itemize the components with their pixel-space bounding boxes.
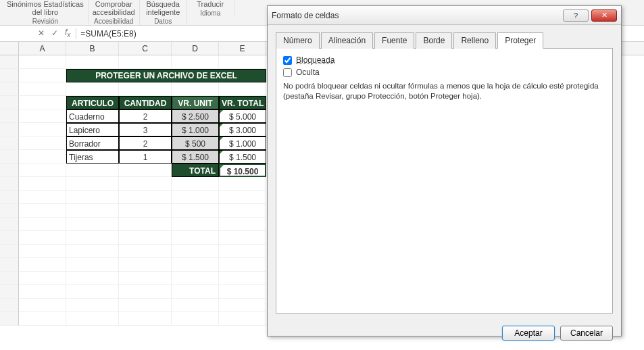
table-row[interactable]: Cuaderno — [66, 109, 119, 123]
hdr-articulo: ARTICULO — [66, 96, 119, 109]
tab-fuente[interactable]: Fuente — [374, 32, 414, 49]
tab-content-proteger: Bloqueada Oculta No podrá bloquear celda… — [276, 49, 613, 314]
protect-note: No podrá bloquear celdas ni ocultar fórm… — [283, 81, 605, 101]
col-B[interactable]: B — [66, 42, 119, 55]
accept-formula-icon[interactable]: ✓ — [51, 28, 58, 38]
ribbon-group-accesibilidad[interactable]: Comprobar accesibilidad Accesibilidad — [89, 0, 140, 25]
tab-numero[interactable]: Número — [276, 32, 320, 49]
ok-button[interactable]: Aceptar — [502, 326, 555, 341]
hdr-vrtotal: VR. TOTAL — [219, 96, 266, 109]
col-C[interactable]: C — [119, 42, 172, 55]
col-D[interactable]: D — [172, 42, 219, 55]
tab-relleno[interactable]: Relleno — [453, 32, 496, 49]
select-all[interactable] — [0, 42, 19, 55]
table-row[interactable]: Borrador — [66, 136, 119, 150]
cancel-formula-icon[interactable]: ✕ — [38, 28, 45, 38]
cancel-button[interactable]: Cancelar — [560, 326, 613, 341]
checkbox-bloqueada[interactable]: Bloqueada — [283, 55, 605, 65]
total-value[interactable]: $ 10.500 — [219, 164, 266, 177]
sheet-title: PROTEGER UN ARCHIVO DE EXCEL — [66, 69, 266, 82]
table-row[interactable]: Tijeras — [66, 150, 119, 164]
close-button[interactable]: ✕ — [591, 9, 617, 22]
ribbon-group-idioma[interactable]: Traducir Idioma — [187, 0, 234, 17]
dialog-tabs: Número Alineación Fuente Borde Relleno P… — [276, 32, 613, 49]
tab-borde[interactable]: Borde — [416, 32, 452, 49]
dialog-titlebar[interactable]: Formato de celdas ? ✕ — [268, 6, 621, 25]
hdr-cantidad: CANTIDAD — [119, 96, 172, 109]
checkbox-bloqueada-input[interactable] — [283, 56, 292, 65]
fx-icon[interactable]: fx — [65, 28, 70, 39]
ribbon-group-datos[interactable]: Búsqueda inteligente Datos — [140, 0, 187, 25]
tab-alineacion[interactable]: Alineación — [321, 32, 373, 49]
total-label: TOTAL — [172, 164, 219, 177]
table-row[interactable]: Lapicero — [66, 123, 119, 136]
tab-proteger[interactable]: Proteger — [497, 32, 543, 49]
hdr-vrunit: VR. UNIT — [172, 96, 219, 109]
checkbox-oculta[interactable]: Oculta — [283, 68, 605, 77]
help-button[interactable]: ? — [563, 9, 589, 22]
format-cells-dialog: Formato de celdas ? ✕ Número Alineación … — [267, 5, 622, 336]
col-E[interactable]: E — [219, 42, 266, 55]
checkbox-oculta-input[interactable] — [283, 68, 292, 77]
ribbon-group-revision[interactable]: Sinónimos Estadísticas del libro Revisió… — [3, 0, 89, 25]
col-A[interactable]: A — [19, 42, 66, 55]
dialog-title: Formato de celdas — [272, 11, 560, 20]
